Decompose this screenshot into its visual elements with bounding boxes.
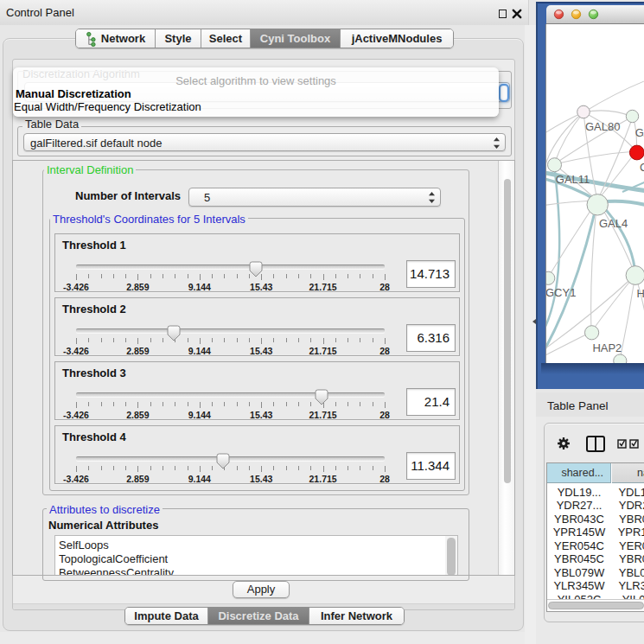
svg-text:GAL80: GAL80 (585, 120, 620, 133)
svg-text:H: H (637, 287, 644, 300)
svg-text:HAP2: HAP2 (592, 341, 622, 354)
svg-text:GAL4: GAL4 (599, 217, 628, 230)
svg-text:GCY1: GCY1 (546, 286, 576, 299)
svg-text:GAL11: GAL11 (556, 173, 590, 186)
svg-text:C: C (640, 161, 644, 174)
svg-text:GA: GA (635, 126, 644, 139)
